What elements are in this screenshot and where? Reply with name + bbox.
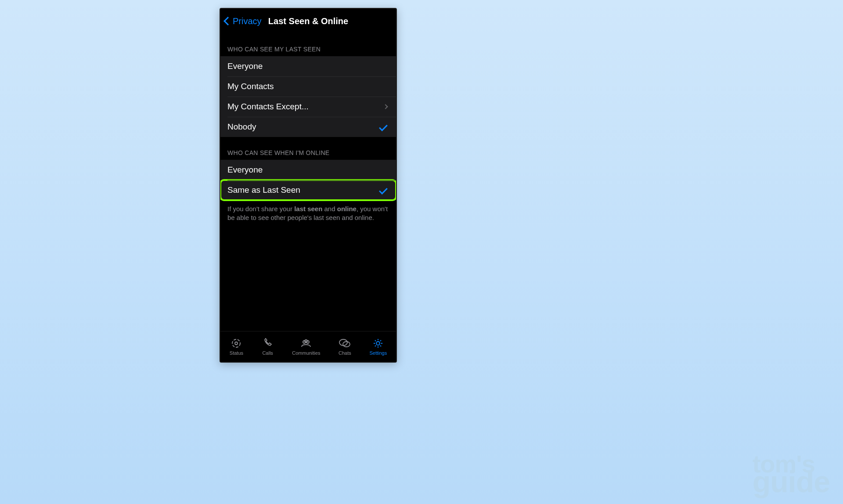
option-my-contacts-except[interactable]: My Contacts Except...: [220, 97, 396, 117]
tab-bar: Status Calls Communities Chats Settings: [220, 331, 396, 362]
nav-bar: Privacy Last Seen & Online: [220, 9, 396, 33]
page-title: Last Seen & Online: [268, 16, 348, 26]
option-my-contacts[interactable]: My Contacts: [220, 76, 396, 97]
online-options: Everyone Same as Last Seen: [220, 160, 396, 200]
chats-icon: [339, 338, 351, 349]
option-nobody[interactable]: Nobody: [220, 117, 396, 137]
tab-label: Settings: [369, 350, 387, 356]
option-label: My Contacts Except...: [227, 102, 309, 112]
section-header-last-seen: WHO CAN SEE MY LAST SEEN: [220, 33, 396, 56]
option-label: Everyone: [227, 165, 263, 175]
tab-label: Communities: [292, 350, 320, 356]
section-header-online: WHO CAN SEE WHEN I'M ONLINE: [220, 137, 396, 160]
back-button[interactable]: Privacy: [222, 16, 262, 26]
option-online-everyone[interactable]: Everyone: [220, 160, 396, 180]
option-same-as-last-seen[interactable]: Same as Last Seen: [220, 180, 396, 200]
communities-icon: [300, 338, 312, 349]
checkmark-icon: [379, 186, 388, 194]
tab-chats[interactable]: Chats: [339, 338, 351, 356]
phone-screenshot: Privacy Last Seen & Online WHO CAN SEE M…: [220, 8, 397, 363]
svg-point-0: [232, 339, 240, 347]
tab-label: Status: [230, 350, 243, 356]
watermark-logo: tom's guide: [753, 455, 830, 493]
phone-icon: [262, 338, 274, 349]
option-label: My Contacts: [227, 82, 274, 91]
option-everyone[interactable]: Everyone: [220, 56, 396, 76]
gear-icon: [372, 338, 384, 349]
tab-label: Chats: [339, 350, 351, 356]
svg-point-7: [376, 342, 380, 345]
chevron-left-icon: [223, 17, 232, 25]
chevron-right-icon: [383, 104, 388, 109]
tab-communities[interactable]: Communities: [292, 338, 320, 356]
option-label: Everyone: [227, 61, 263, 71]
last-seen-options: Everyone My Contacts My Contacts Except.…: [220, 56, 396, 137]
footer-note: If you don't share your last seen and on…: [220, 200, 396, 223]
status-icon: [230, 338, 242, 349]
checkmark-icon: [379, 122, 388, 131]
option-label: Nobody: [227, 122, 256, 132]
tab-settings[interactable]: Settings: [369, 338, 387, 356]
tab-calls[interactable]: Calls: [262, 338, 274, 356]
tab-status[interactable]: Status: [230, 338, 243, 356]
tab-label: Calls: [262, 350, 273, 356]
content: WHO CAN SEE MY LAST SEEN Everyone My Con…: [220, 33, 396, 331]
svg-point-1: [235, 342, 238, 345]
back-label: Privacy: [233, 16, 262, 26]
option-label: Same as Last Seen: [227, 185, 300, 195]
